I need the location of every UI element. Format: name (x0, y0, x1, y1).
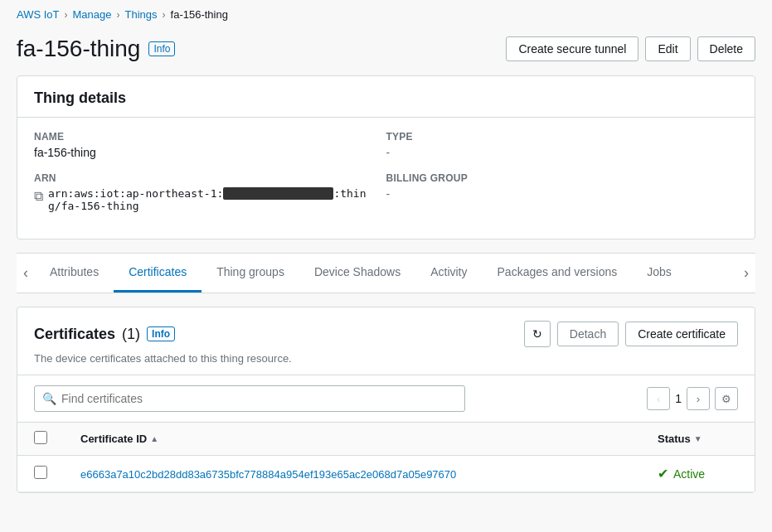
type-value: - (386, 146, 722, 159)
breadcrumb-sep-3: › (163, 9, 166, 21)
tab-attributes[interactable]: Attributes (35, 254, 114, 293)
tab-prev-button[interactable]: ‹ (17, 256, 35, 290)
tab-jobs[interactable]: Jobs (632, 254, 687, 293)
tab-thing-groups[interactable]: Thing groups (201, 254, 299, 293)
tab-activity[interactable]: Activity (415, 254, 482, 293)
status-label: Active (673, 467, 705, 481)
cert-id-sort-icon: ▲ (150, 434, 158, 443)
table-body: e6663a7a10c2bd28dd83a6735bfc778884a954ef… (17, 456, 755, 492)
cert-info-link[interactable]: Info (147, 326, 175, 341)
name-label: Name (34, 131, 370, 143)
search-icon: 🔍 (42, 392, 56, 405)
table-head: Certificate ID ▲ Status ▼ (17, 423, 755, 456)
breadcrumb-aws-iot[interactable]: AWS IoT (17, 8, 60, 21)
th-status: Status ▼ (641, 423, 755, 456)
detail-name: Name fa-156-thing (34, 131, 370, 159)
create-tunnel-button[interactable]: Create secure tunnel (506, 36, 638, 61)
status-active: ✔ Active (658, 466, 738, 481)
status-sort[interactable]: Status ▼ (658, 433, 738, 445)
header-actions: Create secure tunnel Edit Delete (506, 36, 755, 61)
row-select-cell (17, 456, 64, 492)
delete-button[interactable]: Delete (697, 36, 755, 61)
status-header-label: Status (658, 433, 691, 445)
detail-col-left: Name fa-156-thing ARN ⧉ arn:aws:iot:ap-n… (34, 131, 386, 225)
detach-button[interactable]: Detach (557, 322, 619, 346)
arn-row: ⧉ arn:aws:iot:ap-northeast-1:XXXXXXXXXXX… (34, 187, 370, 212)
tab-packages-versions[interactable]: Packages and versions (483, 254, 633, 293)
type-label: Type (386, 131, 722, 143)
table-header-row: Certificate ID ▲ Status ▼ (17, 423, 755, 456)
breadcrumb-current: fa-156-thing (171, 8, 228, 21)
cert-id-link[interactable]: e6663a7a10c2bd28dd83a6735bfc778884a954ef… (80, 468, 456, 481)
status-active-icon: ✔ (658, 466, 668, 481)
cert-count: (1) (122, 326, 140, 343)
detail-billing-group: Billing group - (386, 172, 722, 201)
select-all-checkbox[interactable] (34, 431, 47, 444)
breadcrumb: AWS IoT › Manage › Things › fa-156-thing (0, 0, 772, 29)
status-sort-icon: ▼ (694, 434, 702, 443)
breadcrumb-sep-2: › (117, 9, 120, 21)
th-cert-id: Certificate ID ▲ (64, 423, 641, 456)
cert-id-header-label: Certificate ID (80, 433, 147, 445)
detail-arn: ARN ⧉ arn:aws:iot:ap-northeast-1:XXXXXXX… (34, 172, 370, 212)
tab-certificates[interactable]: Certificates (114, 254, 201, 293)
detail-col-right: Type - Billing group - (386, 131, 739, 225)
prev-page-button[interactable]: ‹ (647, 387, 670, 410)
cert-title-text: Certificates (34, 326, 115, 343)
tab-device-shadows[interactable]: Device Shadows (299, 254, 415, 293)
cert-actions: ↻ Detach Create certificate (524, 321, 738, 347)
copy-arn-icon[interactable]: ⧉ (34, 189, 43, 204)
certificates-section: Certificates (1) Info ↻ Detach Create ce… (17, 307, 755, 493)
tab-next-button[interactable]: › (737, 256, 755, 290)
tabs-container: ‹ Attributes Certificates Thing groups D… (17, 253, 755, 293)
page-header: fa-156-thing Info Create secure tunnel E… (0, 29, 772, 75)
search-wrap: 🔍 (34, 385, 465, 412)
cert-id-cell: e6663a7a10c2bd28dd83a6735bfc778884a954ef… (64, 456, 641, 492)
status-cell: ✔ Active (641, 456, 755, 492)
billing-group-value: - (386, 187, 722, 201)
cert-title-row: Certificates (1) Info ↻ Detach Create ce… (34, 321, 738, 347)
search-input[interactable] (34, 385, 465, 412)
arn-label: ARN (34, 172, 370, 184)
arn-prefix: arn:aws:iot:ap-northeast-1: (48, 187, 223, 200)
table-settings-button[interactable]: ⚙ (715, 387, 738, 410)
cert-description: The device certificates attached to this… (34, 352, 738, 365)
name-value: fa-156-thing (34, 146, 370, 159)
thing-details-title: Thing details (17, 76, 755, 118)
edit-button[interactable]: Edit (645, 36, 690, 61)
breadcrumb-sep-1: › (65, 9, 68, 21)
tabs-list: Attributes Certificates Thing groups Dev… (35, 254, 737, 293)
row-checkbox[interactable] (34, 466, 47, 479)
billing-group-label: Billing group (386, 172, 722, 184)
arn-redacted: XXXXXXXXXXXXXXXXX (223, 187, 333, 200)
page-title: fa-156-thing (17, 36, 140, 62)
breadcrumb-manage[interactable]: Manage (73, 8, 112, 21)
next-page-button[interactable]: › (687, 387, 710, 410)
breadcrumb-things[interactable]: Things (125, 8, 158, 21)
arn-text: arn:aws:iot:ap-northeast-1:XXXXXXXXXXXXX… (48, 187, 370, 212)
cert-header: Certificates (1) Info ↻ Detach Create ce… (17, 307, 755, 375)
page-number: 1 (675, 392, 682, 405)
thing-details-grid: Name fa-156-thing ARN ⧉ arn:aws:iot:ap-n… (17, 118, 755, 239)
page-title-wrap: fa-156-thing Info (17, 36, 175, 62)
cert-title: Certificates (1) Info (34, 326, 175, 343)
select-all-header (17, 423, 64, 456)
certificates-table: Certificate ID ▲ Status ▼ e6663a (17, 422, 755, 492)
create-certificate-button[interactable]: Create certificate (625, 322, 738, 346)
pagination-wrap: ‹ 1 › ⚙ (647, 387, 738, 410)
table-row: e6663a7a10c2bd28dd83a6735bfc778884a954ef… (17, 456, 755, 492)
cert-id-sort[interactable]: Certificate ID ▲ (80, 433, 624, 445)
search-row: 🔍 ‹ 1 › ⚙ (17, 375, 755, 422)
refresh-button[interactable]: ↻ (524, 321, 551, 347)
detail-type: Type - (386, 131, 722, 159)
page-info-badge[interactable]: Info (148, 41, 175, 56)
thing-details-card: Thing details Name fa-156-thing ARN ⧉ ar… (17, 75, 755, 239)
